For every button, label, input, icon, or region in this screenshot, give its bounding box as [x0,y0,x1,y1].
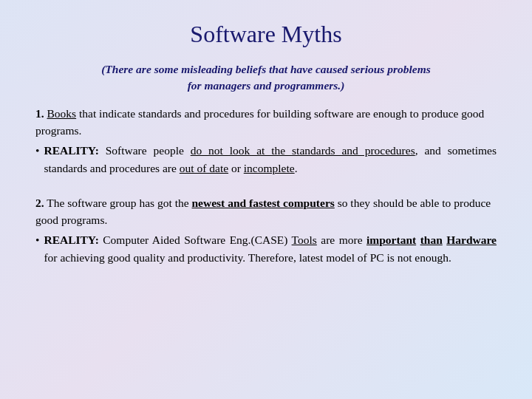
section2-important-underline: important [366,233,416,246]
section2-bullet-text: REALITY: Computer Aided Software Eng.(CA… [44,231,497,266]
section2-bt5: for achieving good quality and productiv… [44,251,451,264]
section2-reality-label: REALITY: [44,233,98,246]
section2-bullet: • REALITY: Computer Aided Software Eng.(… [35,231,497,266]
slide-subtitle: (There are some misleading beliefs that … [35,61,497,95]
section1-bt4: . [295,162,298,174]
section2-header-underline: newest and fastest computers [192,197,335,209]
subtitle-line2: for managers and programmers.) [188,79,345,92]
section1-books: Books [47,107,77,120]
section1-bullet-symbol: • [35,142,39,159]
section1-bt1: Software people [99,144,191,157]
section1-bullet: • REALITY: Software people do not look a… [35,142,497,177]
section1-num: 1. [35,107,44,120]
section1-underline3: incomplete [244,162,295,174]
section1-bullet-text: REALITY: Software people do not look at … [44,142,497,177]
slide: Software Myths (There are some misleadin… [0,0,532,399]
section2-tools-underline: Tools [292,233,317,246]
section2-bullet-symbol: • [35,231,39,248]
section2-bt2: are more [317,233,366,246]
section2-hardware-underline: Hardware [446,233,497,246]
section1-reality-label: REALITY: [44,144,98,157]
section1-header: 1. Books that indicate standards and pro… [35,105,497,140]
subtitle-line1: (There are some misleading beliefs that … [101,63,431,75]
section1-bt3: or [228,162,244,174]
section2-than-underline: than [420,233,443,246]
section2-bt1: Computer Aided Software Eng.(CASE) [99,233,292,246]
section2-header: 2. The software group has got the newest… [35,194,497,229]
section1-underline1: do not look at the standards and procedu… [191,144,415,157]
section2: 2. The software group has got the newest… [35,194,497,266]
section2-num: 2. [35,197,44,209]
section1-underline2: out of date [180,162,228,174]
section1: 1. Books that indicate standards and pro… [35,105,497,177]
section2-header-before: The software group has got the [44,197,192,209]
slide-title: Software Myths [35,21,497,48]
section1-header-rest: that indicate standards and procedures f… [35,107,484,137]
